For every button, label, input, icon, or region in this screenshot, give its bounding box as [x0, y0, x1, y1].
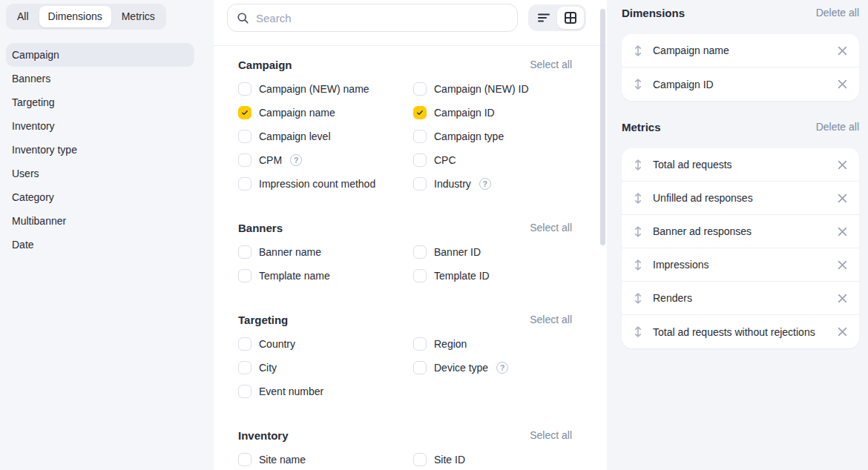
field-option-country[interactable]: Country — [238, 332, 413, 356]
delete-all-link[interactable]: Delete all — [816, 121, 859, 133]
field-option-city[interactable]: City — [238, 356, 413, 380]
section-header: TargetingSelect all — [238, 308, 572, 331]
sidebar-item-users[interactable]: Users — [6, 162, 194, 185]
checkbox-unchecked[interactable] — [238, 453, 251, 466]
scrollbar-thumb[interactable] — [600, 9, 605, 245]
search-box[interactable] — [227, 4, 518, 32]
selected-item-label: Total ad requests without rejections — [653, 325, 835, 340]
selected-item-campaign-name: Campaign name — [622, 34, 859, 67]
field-option-cpm[interactable]: CPM? — [238, 148, 413, 172]
drag-handle-icon[interactable] — [634, 78, 642, 90]
checkbox-unchecked[interactable] — [413, 82, 427, 96]
sidebar-item-multibanner[interactable]: Multibanner — [6, 209, 194, 233]
checkbox-unchecked[interactable] — [413, 337, 427, 351]
checkbox-unchecked[interactable] — [413, 453, 427, 466]
checkbox-unchecked[interactable] — [413, 361, 427, 374]
checkbox-checked[interactable] — [413, 106, 427, 119]
remove-icon[interactable] — [835, 78, 849, 91]
checkbox-unchecked[interactable] — [238, 82, 251, 96]
drag-handle-icon[interactable] — [634, 192, 642, 205]
remove-icon[interactable] — [835, 158, 849, 171]
sidebar-item-inventory-type[interactable]: Inventory type — [6, 138, 194, 162]
drag-handle-icon[interactable] — [634, 292, 642, 305]
field-option-label: Impression count method — [259, 178, 375, 190]
field-option-device-type[interactable]: Device type? — [413, 356, 572, 380]
checkbox-unchecked[interactable] — [238, 361, 251, 374]
select-all-link[interactable]: Select all — [530, 314, 572, 325]
checkbox-unchecked[interactable] — [413, 177, 427, 191]
drag-handle-icon[interactable] — [634, 159, 642, 171]
checkbox-unchecked[interactable] — [413, 130, 427, 143]
select-all-link[interactable]: Select all — [530, 59, 572, 70]
remove-icon[interactable] — [835, 225, 849, 238]
drag-handle-icon[interactable] — [634, 325, 642, 338]
selected-item-label: Campaign ID — [653, 77, 835, 92]
help-icon[interactable]: ? — [290, 154, 302, 166]
remove-icon[interactable] — [835, 291, 849, 305]
checkbox-checked[interactable] — [238, 106, 251, 119]
delete-all-link[interactable]: Delete all — [816, 7, 859, 19]
field-option-campaign-level[interactable]: Campaign level — [238, 125, 413, 148]
field-option-template-id[interactable]: Template ID — [413, 264, 572, 288]
checkbox-unchecked[interactable] — [238, 269, 251, 282]
field-option-campaign-new-name[interactable]: Campaign (NEW) name — [238, 77, 413, 101]
remove-icon[interactable] — [835, 325, 849, 339]
field-option-label: Campaign level — [259, 130, 331, 142]
field-option-campaign-new-id[interactable]: Campaign (NEW) ID — [413, 77, 572, 101]
field-option-campaign-type[interactable]: Campaign type — [413, 125, 572, 148]
field-option-label: CPC — [434, 154, 456, 166]
field-option-cpc[interactable]: CPC — [413, 148, 572, 172]
tab-all[interactable]: All — [8, 6, 38, 27]
field-option-site-name[interactable]: Site name — [238, 448, 413, 470]
field-option-template-name[interactable]: Template name — [238, 264, 413, 288]
sidebar-item-date[interactable]: Date — [6, 233, 194, 256]
sidebar-item-category[interactable]: Category — [6, 185, 194, 209]
selected-item-total-ad-requests: Total ad requests — [622, 148, 859, 182]
checkbox-unchecked[interactable] — [238, 177, 251, 191]
section-banners: BannersSelect allBanner nameBanner IDTem… — [238, 216, 572, 288]
selected-item-label: Campaign name — [653, 43, 835, 58]
drag-handle-icon[interactable] — [634, 44, 642, 57]
checkbox-unchecked[interactable] — [238, 153, 251, 167]
tab-metrics[interactable]: Metrics — [113, 6, 164, 27]
sidebar-item-inventory[interactable]: Inventory — [6, 114, 194, 138]
checkbox-unchecked[interactable] — [413, 269, 427, 282]
checkbox-unchecked[interactable] — [238, 245, 251, 259]
sidebar-item-banners[interactable]: Banners — [6, 67, 194, 90]
field-option-label: Event number — [259, 385, 323, 397]
field-option-banner-id[interactable]: Banner ID — [413, 240, 572, 264]
select-all-link[interactable]: Select all — [530, 222, 572, 234]
selected-item-banner-ad-responses: Banner ad responses — [622, 215, 859, 248]
tab-dimensions[interactable]: Dimensions — [39, 6, 111, 27]
remove-icon[interactable] — [835, 191, 849, 205]
sidebar-item-targeting[interactable]: Targeting — [6, 90, 194, 114]
selected-item-label: Impressions — [653, 257, 835, 272]
help-icon[interactable]: ? — [496, 362, 508, 374]
field-option-impression-count-method[interactable]: Impression count method — [238, 172, 413, 196]
list-view-button[interactable] — [530, 7, 557, 29]
drag-handle-icon[interactable] — [634, 259, 642, 271]
field-option-industry[interactable]: Industry? — [413, 172, 572, 196]
field-option-campaign-id[interactable]: Campaign ID — [413, 101, 572, 125]
field-option-campaign-name[interactable]: Campaign name — [238, 101, 413, 125]
field-option-label: Banner name — [259, 246, 321, 258]
grid-view-button[interactable] — [557, 7, 584, 29]
drag-handle-icon[interactable] — [634, 225, 642, 238]
help-icon[interactable]: ? — [479, 178, 491, 190]
selected-card-dimensions: Campaign nameCampaign ID — [622, 34, 859, 101]
remove-icon[interactable] — [835, 44, 849, 57]
select-all-link[interactable]: Select all — [530, 429, 572, 441]
search-input[interactable] — [256, 12, 508, 24]
checkbox-unchecked[interactable] — [238, 385, 251, 398]
checkbox-unchecked[interactable] — [238, 130, 251, 143]
field-option-event-number[interactable]: Event number — [238, 380, 413, 403]
checkbox-grid: Banner nameBanner IDTemplate nameTemplat… — [238, 240, 572, 288]
checkbox-unchecked[interactable] — [413, 245, 427, 259]
sidebar-item-campaign[interactable]: Campaign — [6, 43, 194, 67]
checkbox-unchecked[interactable] — [413, 153, 427, 167]
checkbox-unchecked[interactable] — [238, 337, 251, 351]
field-option-site-id[interactable]: Site ID — [413, 448, 572, 470]
remove-icon[interactable] — [835, 258, 849, 271]
field-option-region[interactable]: Region — [413, 332, 572, 356]
field-option-banner-name[interactable]: Banner name — [238, 240, 413, 264]
